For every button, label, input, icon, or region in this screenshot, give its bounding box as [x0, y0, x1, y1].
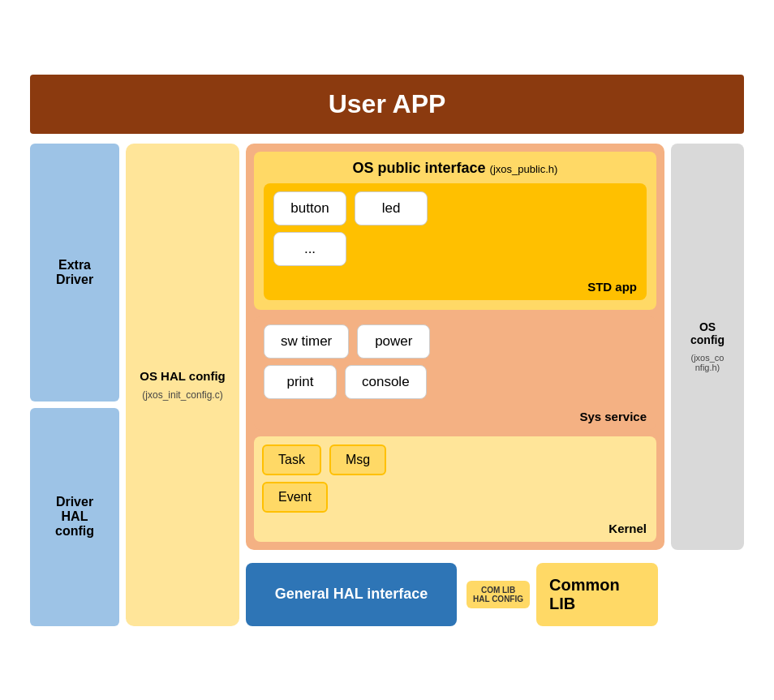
- bottom-row: General HAL interface COM LIB HAL CONFIG…: [246, 563, 744, 626]
- driver-hal-config-box: DriverHALconfig: [30, 408, 119, 626]
- com-lib-line1: COM LIB: [481, 586, 515, 595]
- kernel-section: Task Msg Event Kernel: [254, 436, 656, 542]
- print-label: print: [286, 374, 313, 389]
- os-config-box: OSconfig (jxos_config.h): [671, 144, 744, 550]
- print-box: print: [264, 365, 337, 399]
- task-box: Task: [262, 444, 321, 475]
- diagram-container: User APP ExtraDriver DriverHALconfig OS …: [22, 67, 752, 634]
- os-hal-config-subtitle: (jxos_init_config.c): [142, 389, 222, 401]
- sys-service-label: Sys service: [579, 410, 647, 423]
- extra-driver-box: ExtraDriver: [30, 144, 119, 402]
- com-lib-line2: HAL CONFIG: [473, 595, 523, 603]
- led-box: led: [355, 191, 428, 225]
- common-lib-label: Common LIB: [549, 576, 645, 613]
- os-public-interface-box: OS public interface (jxos_public.h) butt…: [254, 152, 656, 310]
- event-box: Event: [262, 482, 328, 513]
- center-right-row: OS public interface (jxos_public.h) butt…: [246, 144, 744, 550]
- user-app-banner: User APP: [30, 75, 744, 134]
- os-sections-wrapper: OS public interface (jxos_public.h) butt…: [246, 144, 664, 550]
- driver-hal-config-label: DriverHALconfig: [55, 495, 94, 539]
- extra-driver-label: ExtraDriver: [56, 258, 93, 287]
- led-label: led: [382, 200, 401, 216]
- button-label: button: [290, 200, 329, 216]
- os-public-title: OS public interface (jxos_public.h): [264, 160, 647, 177]
- common-lib-box: Common LIB: [536, 563, 658, 626]
- kernel-top-row: Task Msg: [262, 444, 648, 475]
- button-box: button: [273, 191, 346, 225]
- kernel-bottom-row: Event: [262, 482, 648, 513]
- main-row: ExtraDriver DriverHALconfig OS HAL confi…: [30, 144, 744, 626]
- sys-service-bottom-row: print console: [264, 365, 647, 399]
- std-app-section: button led ...: [264, 183, 647, 300]
- std-app-label: STD app: [587, 280, 637, 294]
- os-hal-config-box: OS HAL config (jxos_init_config.c): [126, 144, 239, 626]
- os-config-label: OSconfig: [690, 320, 725, 346]
- msg-box: Msg: [329, 444, 386, 475]
- com-lib-badge: COM LIB HAL CONFIG: [467, 581, 530, 608]
- ellipsis-box: ...: [273, 232, 346, 266]
- console-label: console: [362, 374, 410, 389]
- task-label: Task: [278, 453, 305, 466]
- center-right-wrapper: OS public interface (jxos_public.h) butt…: [246, 144, 744, 626]
- sw-timer-box: sw timer: [264, 324, 349, 359]
- kernel-label: Kernel: [608, 522, 647, 535]
- sys-service-top-row: sw timer power: [264, 324, 647, 359]
- std-app-bottom-row: ...: [273, 232, 637, 266]
- event-label: Event: [278, 490, 312, 504]
- power-label: power: [375, 333, 412, 349]
- os-hal-config-label: OS HAL config: [140, 369, 226, 383]
- left-col: ExtraDriver DriverHALconfig: [30, 144, 119, 626]
- power-box: power: [357, 324, 430, 359]
- os-public-label: OS public interface: [353, 160, 490, 176]
- general-hal-interface-label: General HAL interface: [275, 586, 428, 603]
- ellipsis-label: ...: [304, 241, 316, 256]
- user-app-label: User APP: [329, 89, 446, 118]
- os-config-subtitle: (jxos_config.h): [691, 353, 725, 372]
- sys-service-section: sw timer power print console: [254, 316, 656, 430]
- msg-label: Msg: [346, 453, 370, 466]
- console-box: console: [345, 365, 427, 399]
- os-public-subtitle: (jxos_public.h): [490, 163, 558, 175]
- general-hal-interface-box: General HAL interface: [246, 563, 457, 626]
- std-app-top-row: button led: [273, 191, 637, 225]
- sw-timer-label: sw timer: [281, 333, 332, 349]
